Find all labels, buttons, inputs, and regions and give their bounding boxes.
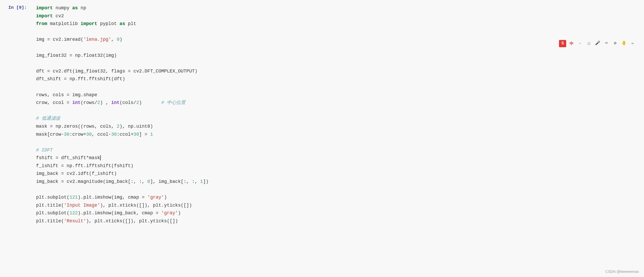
cell-content[interactable]: import numpy as npimport cv2from matplot… (31, 3, 644, 274)
code-line (36, 28, 639, 36)
code-line: import numpy as np (36, 4, 639, 12)
code-line: plt.subplot(122).plt.imshow(img_back, cm… (36, 209, 639, 217)
text-cursor (100, 155, 101, 160)
code-line: # 低通滤波 (36, 115, 639, 123)
code-line: img_back = cv2.magnitude(img_back[:, :, … (36, 178, 639, 186)
emoji-icon[interactable]: ☺ (585, 40, 592, 47)
code-line: dft_shift = np.fft.fftshift(dft) (36, 75, 639, 83)
code-line: mask = np.zeros((rows, cols, 2), np.uint… (36, 123, 639, 131)
code-line: plt.subplot(121).plt.imshow(img, cmap = … (36, 193, 639, 201)
dot-icon[interactable]: · (577, 40, 584, 47)
toolbar: S 中 · ☺ 🎤 ⌨ ⚙ 🤚 ✏ (559, 40, 636, 47)
settings-icon[interactable]: ⚙ (612, 40, 619, 47)
notebook-cell: In [9]: import numpy as npimport cv2from… (0, 0, 644, 277)
keyboard-icon[interactable]: ⌨ (603, 40, 610, 47)
code-line: f_ishift = np.fft.ifftshift(fshift) (36, 162, 639, 170)
skin-icon[interactable]: 🤚 (620, 40, 628, 47)
code-line (36, 44, 639, 52)
code-line: plt.title('Result'), plt.xticks([]), plt… (36, 217, 639, 225)
code-line: fshift = dft_shift*mask (36, 154, 639, 162)
code-line: img = cv2.imread('lena.jpg', 0) (36, 36, 639, 44)
cell-label: In [9]: (0, 3, 31, 274)
code-line: plt.title('Input Image'), plt.xticks([])… (36, 201, 639, 209)
code-line (36, 138, 639, 146)
code-line: # IDFT (36, 146, 639, 154)
sougou-logo[interactable]: S (559, 40, 566, 47)
code-line (36, 59, 639, 67)
code-line: from matplotlib import pyplot as plt (36, 20, 639, 28)
code-line: crow, ccol = int(rows/2) , int(cols/2) #… (36, 99, 639, 107)
code-line: dft = cv2.dft(img_float32, flags = cv2.D… (36, 67, 639, 75)
watermark: CSDN @leeeeeenas (605, 269, 639, 274)
code-line (36, 107, 639, 115)
mic-icon[interactable]: 🎤 (594, 40, 601, 47)
watermark-text: CSDN @leeeeeenas (605, 270, 639, 274)
code-line: rows, cols = img.shape (36, 91, 639, 99)
cell-label-text: In [9]: (9, 5, 27, 10)
code-line: img_back = cv2.idft(f_ishift) (36, 170, 639, 178)
code-line: img_float32 = np.float32(img) (36, 52, 639, 60)
code-line (36, 186, 639, 194)
code-line: mask[crow-30:crow+30, ccol-30:ccol+30] =… (36, 131, 639, 138)
pencil-icon[interactable]: ✏ (629, 40, 636, 47)
code-line (36, 83, 639, 91)
chinese-icon[interactable]: 中 (568, 40, 575, 47)
code-line: import cv2 (36, 12, 639, 20)
